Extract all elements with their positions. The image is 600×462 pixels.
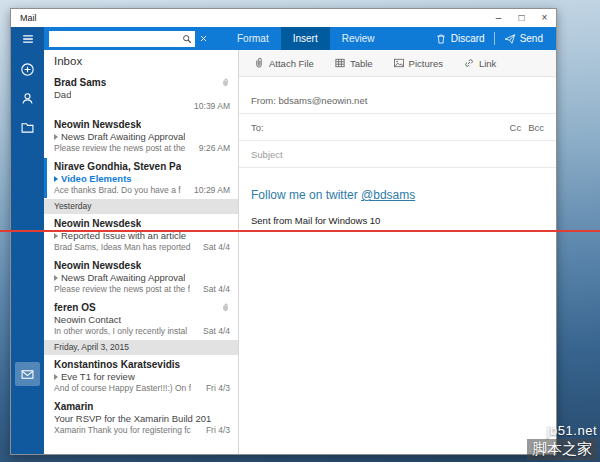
message-preview: In other words, I only recently instal (54, 326, 187, 336)
hamburger-menu-button[interactable] (11, 27, 44, 50)
search-close-icon[interactable] (195, 34, 212, 43)
subject-field[interactable]: Subject (239, 141, 556, 168)
expand-chevron-icon[interactable] (54, 176, 58, 182)
maximize-button[interactable]: □ (510, 9, 533, 27)
message-subject: Video Elements (61, 173, 132, 184)
watermark: jb51.net 脚本之家 (527, 423, 597, 460)
message-row-3: Xamarin Thank you for registering fcFri … (54, 425, 230, 435)
table-icon (334, 57, 346, 69)
signature-text: Sent from Mail for Windows 10 (251, 215, 544, 226)
message-body[interactable]: Follow me on twitter @bdsams Sent from M… (239, 168, 556, 454)
minimize-button[interactable]: – (487, 9, 510, 27)
attach-file-button[interactable]: Attach File (253, 57, 314, 69)
pictures-icon (393, 57, 405, 69)
mail-list-item[interactable]: Neowin NewsdeskReported Issue with an ar… (44, 214, 238, 256)
message-time: 10:29 AM (194, 185, 230, 195)
message-preview: Please review the news post at the (54, 143, 185, 153)
rail-folders-button[interactable] (15, 115, 40, 139)
message-row-2: Your RSVP for the Xamarin Build 201 (54, 413, 230, 424)
message-row-3: Brad Sams, Ideas Man has reportedSat 4/4 (54, 242, 230, 252)
expand-chevron-icon[interactable] (54, 233, 58, 239)
message-time: 10:39 AM (194, 101, 230, 111)
sender-name: Neowin Newsdesk (54, 260, 141, 271)
rail-mail-button[interactable] (15, 362, 40, 386)
message-row-3: Ace thanks Brad. Do you have a f10:29 AM (54, 185, 230, 195)
message-row-3: And of course Happy Easter!!!:) On fFri … (54, 383, 230, 393)
message-time: Sat 4/4 (203, 326, 230, 336)
main-area: Inbox Brad SamsDad10:39 AMNeowin Newsdes… (11, 50, 556, 454)
message-time: Sat 4/4 (203, 242, 230, 252)
mail-list-item[interactable]: Neowin NewsdeskNews Draft Awaiting Appro… (44, 115, 238, 157)
message-subject: Dad (54, 89, 71, 100)
message-row-2: Video Elements (54, 173, 230, 184)
pictures-label: Pictures (409, 58, 443, 69)
tab-insert[interactable]: Insert (281, 27, 330, 50)
expand-chevron-icon[interactable] (54, 134, 58, 140)
annotation-red-line (0, 230, 600, 232)
mail-list-item[interactable]: Nirave Gondhia, Steven PaVideo ElementsA… (44, 157, 238, 199)
table-button[interactable]: Table (334, 57, 373, 69)
search-input[interactable] (49, 34, 182, 44)
message-preview: Xamarin Thank you for registering fc (54, 425, 191, 435)
close-button[interactable]: × (533, 9, 556, 27)
rail-compose-button[interactable] (15, 57, 40, 81)
nav-rail-bottom (11, 362, 44, 386)
to-label: To: (251, 122, 264, 133)
expand-chevron-icon[interactable] (54, 374, 58, 380)
message-subject: News Draft Awaiting Approval (61, 131, 185, 142)
close-x-icon (199, 34, 208, 43)
body-text: Follow me on twitter (251, 188, 361, 202)
sender-name: Nirave Gondhia, Steven Pa (54, 161, 181, 172)
pictures-button[interactable]: Pictures (393, 57, 443, 69)
expand-chevron-icon[interactable] (54, 275, 58, 281)
send-button[interactable]: Send (495, 27, 552, 50)
tab-review[interactable]: Review (330, 27, 387, 50)
nav-rail (11, 50, 44, 454)
paperclip-icon (221, 303, 230, 312)
from-label: From: (251, 95, 276, 106)
mail-list-item[interactable]: Neowin NewsdeskNews Draft Awaiting Appro… (44, 256, 238, 298)
hamburger-icon (21, 32, 35, 46)
twitter-handle-link[interactable]: @bdsams (361, 188, 415, 202)
message-row-2: Eve T1 for review (54, 371, 230, 382)
from-address: bdsams@neowin.net (278, 95, 367, 106)
discard-button[interactable]: Discard (426, 27, 494, 50)
mail-list-item[interactable]: Brad SamsDad10:39 AM (44, 73, 238, 115)
message-subject: Eve T1 for review (61, 371, 135, 382)
mail-list-item[interactable]: Konstantinos KaratsevidisEve T1 for revi… (44, 355, 238, 397)
mail-list-item[interactable]: feren OSNeowin ContactIn other words, I … (44, 298, 238, 340)
titlebar[interactable]: Mail – □ × (11, 9, 556, 27)
person-icon (20, 91, 35, 106)
message-subject: Your RSVP for the Xamarin Build 201 (54, 413, 211, 424)
from-field[interactable]: From: bdsams@neowin.net (239, 87, 556, 114)
sender-name: Brad Sams (54, 77, 106, 88)
folder-title[interactable]: Inbox (44, 50, 238, 73)
bcc-button[interactable]: Bcc (528, 122, 544, 133)
envelope-icon (20, 367, 35, 382)
message-row-1: Neowin Newsdesk (54, 119, 230, 130)
mail-list-item[interactable]: XamarinYour RSVP for the Xamarin Build 2… (44, 397, 238, 439)
cc-button[interactable]: Cc (510, 122, 522, 133)
message-row-3: Please review the news post at the fSat … (54, 284, 230, 294)
window-title: Mail (11, 13, 37, 23)
message-time: Sat 4/4 (203, 284, 230, 294)
plus-circle-icon (20, 62, 35, 77)
to-field[interactable]: To: Cc Bcc (239, 114, 556, 141)
message-row-1: Xamarin (54, 401, 230, 412)
link-label: Link (479, 58, 496, 69)
tab-format[interactable]: Format (225, 27, 281, 50)
message-preview: Ace thanks Brad. Do you have a f (54, 185, 181, 195)
message-row-1: Neowin Newsdesk (54, 218, 230, 229)
message-row-3: 10:39 AM (54, 101, 230, 111)
message-subject: Neowin Contact (54, 314, 121, 325)
message-preview: Brad Sams, Ideas Man has reported (54, 242, 191, 252)
folder-icon (20, 120, 35, 135)
paperclip-icon (253, 57, 265, 69)
link-button[interactable]: Link (463, 57, 496, 69)
message-row-2: News Draft Awaiting Approval (54, 131, 230, 142)
rail-people-button[interactable] (15, 86, 40, 110)
search-icon[interactable] (182, 34, 195, 44)
sender-name: Neowin Newsdesk (54, 119, 141, 130)
search-box (49, 31, 195, 47)
compose-pane: Attach FileTablePicturesLink From: bdsam… (239, 50, 556, 454)
